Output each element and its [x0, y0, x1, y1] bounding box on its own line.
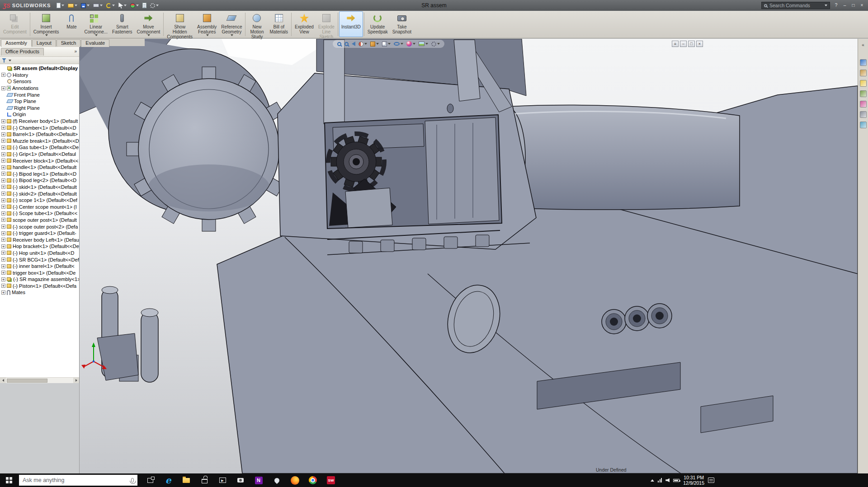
- expand-icon[interactable]: +: [1, 290, 5, 295]
- update-speedpak-button[interactable]: UpdateSpeedpak: [365, 11, 390, 37]
- action-center-button[interactable]: [708, 478, 714, 483]
- tab-assembly[interactable]: Assembly: [1, 39, 32, 47]
- section-view-button[interactable]: [358, 41, 368, 47]
- camera-button[interactable]: [231, 473, 250, 487]
- tree-item[interactable]: +(-) Piston<1> (Default<<Defa: [0, 283, 79, 290]
- tree-item[interactable]: +(-) Gas tube<1> (Default<<De: [0, 144, 79, 151]
- tree-item[interactable]: +History: [0, 72, 79, 79]
- tree-item[interactable]: +(-) Hop unit<1> (Default<<D: [0, 250, 79, 257]
- tree-item[interactable]: +scope outer post<1> (Default: [0, 217, 79, 224]
- taskbar-search-input[interactable]: Ask me anything: [19, 475, 137, 486]
- expand-icon[interactable]: +: [1, 178, 5, 183]
- expand-icon[interactable]: +: [1, 159, 5, 163]
- apply-scene-button[interactable]: [418, 41, 429, 47]
- undo-button[interactable]: [105, 2, 116, 9]
- tab-office-products[interactable]: Office Products: [1, 48, 44, 56]
- new-motion-study-button[interactable]: NewMotionStudy: [246, 11, 267, 37]
- minimize-document-button[interactable]: –: [680, 41, 687, 47]
- custom-properties-button[interactable]: [860, 111, 867, 118]
- expand-icon[interactable]: +: [1, 231, 5, 235]
- tree-item[interactable]: +(f) Receiver body<1> (Default: [0, 118, 79, 125]
- expand-icon[interactable]: +: [1, 218, 5, 222]
- expand-icon[interactable]: +: [1, 132, 5, 136]
- bill-of-materials-button[interactable]: Bill ofMaterials: [267, 11, 290, 37]
- bipod-parts[interactable]: [97, 286, 158, 382]
- hide-show-items-button[interactable]: [393, 42, 404, 46]
- fm-horizontal-scrollbar[interactable]: [0, 377, 79, 383]
- tree-item[interactable]: +(-) Scope tube<1> (Default<<: [0, 210, 79, 217]
- command-search-input[interactable]: Search Commands: [761, 2, 830, 9]
- save-button[interactable]: [80, 2, 91, 9]
- expand-icon[interactable]: +: [1, 225, 5, 229]
- help-button[interactable]: ?: [833, 2, 840, 9]
- taskbar-clock[interactable]: 10:31 PM 12/9/2015: [683, 475, 704, 486]
- hop-unit-gear-part[interactable]: [325, 115, 502, 229]
- move-component-button[interactable]: MoveComponent: [135, 11, 163, 37]
- solidworks-button[interactable]: SW: [322, 473, 340, 487]
- expand-icon[interactable]: +: [1, 271, 5, 275]
- file-properties-button[interactable]: [141, 2, 148, 9]
- firefox-button[interactable]: [286, 473, 304, 487]
- fm-expand-chevron[interactable]: »: [73, 49, 78, 54]
- tree-item[interactable]: +(-) Bipod leg<2> (Default<<D: [0, 177, 79, 184]
- tree-item[interactable]: Top Plane: [0, 98, 79, 105]
- store-button[interactable]: [195, 473, 213, 487]
- view-orientation-button[interactable]: [369, 41, 380, 47]
- chrome-button[interactable]: [304, 473, 322, 487]
- scroll-right-arrow[interactable]: [73, 378, 79, 384]
- linear-component-pattern-button[interactable]: LinearCompone...: [82, 11, 110, 37]
- tree-item[interactable]: +(-) SR BCG<1> (Default<<Def: [0, 256, 79, 263]
- take-snapshot-button[interactable]: TakeSnapshot: [390, 11, 414, 37]
- expand-icon[interactable]: +: [1, 211, 5, 215]
- expand-icon[interactable]: +: [1, 145, 5, 150]
- tree-item[interactable]: +(-) skid<1> (Default<<Default: [0, 184, 79, 191]
- network-status-icon[interactable]: [658, 478, 662, 482]
- expand-icon[interactable]: +: [1, 126, 5, 130]
- tree-item[interactable]: +(-) Chamber<1> (Default<<D: [0, 124, 79, 131]
- zoom-to-fit-button[interactable]: [336, 42, 342, 47]
- expand-icon[interactable]: +: [1, 86, 5, 90]
- minimize-button[interactable]: –: [841, 2, 848, 9]
- scroll-thumb[interactable]: [7, 379, 47, 383]
- viewport[interactable]: ≡–□× Under Defined: [80, 39, 858, 473]
- open-document-button[interactable]: [66, 3, 79, 9]
- view-palette-button[interactable]: [860, 90, 867, 97]
- expand-icon[interactable]: +: [1, 172, 5, 176]
- exploded-view-button[interactable]: ExplodedView: [292, 11, 316, 37]
- expand-icon[interactable]: +: [1, 152, 5, 156]
- insert-components-button[interactable]: InsertComponents: [31, 11, 61, 37]
- task-view-button[interactable]: [141, 473, 159, 487]
- close-document-button[interactable]: ×: [696, 41, 703, 47]
- assembly-features-button[interactable]: AssemblyFeatures: [195, 11, 219, 37]
- tree-item[interactable]: Sensors: [0, 78, 79, 85]
- show-hidden-icons-icon[interactable]: [651, 479, 654, 482]
- expand-icon[interactable]: +: [1, 205, 5, 209]
- tree-item[interactable]: Origin: [0, 111, 79, 118]
- zoom-to-area-button[interactable]: [344, 42, 349, 47]
- tree-item[interactable]: +(-) skid<2> (Default<<Default: [0, 190, 79, 197]
- rebuild-button[interactable]: [129, 2, 140, 9]
- expand-icon[interactable]: +: [1, 284, 5, 288]
- tree-item[interactable]: +trigger box<1> (Default<<De: [0, 269, 79, 276]
- previous-view-button[interactable]: [351, 41, 356, 47]
- expand-icon[interactable]: +: [1, 264, 5, 268]
- model-canvas[interactable]: [80, 39, 858, 473]
- microphone-icon[interactable]: [131, 478, 134, 482]
- view-settings-button[interactable]: [430, 41, 441, 47]
- solidworks-resources-button[interactable]: [860, 59, 867, 66]
- tree-item[interactable]: +(-) Center scope mount<1> (I: [0, 203, 79, 210]
- expand-icon[interactable]: +: [1, 73, 5, 77]
- expand-icon[interactable]: +: [1, 198, 5, 202]
- tab-evaluate[interactable]: Evaluate: [81, 39, 109, 47]
- new-document-button[interactable]: [55, 2, 66, 9]
- expand-icon[interactable]: +: [1, 277, 5, 281]
- tree-item[interactable]: +(-) Grip<1> (Default<<Defaul: [0, 151, 79, 158]
- forum-button[interactable]: [860, 122, 867, 128]
- select-button[interactable]: [117, 2, 128, 9]
- instant3d-button[interactable]: Instant3D: [339, 11, 363, 37]
- tree-item[interactable]: +handle<1> (Default<<Default: [0, 164, 79, 171]
- expand-icon[interactable]: +: [1, 192, 5, 196]
- tree-item[interactable]: Front Plane: [0, 91, 79, 98]
- reference-geometry-button[interactable]: ReferenceGeometry: [219, 11, 244, 37]
- display-style-button[interactable]: [381, 41, 392, 47]
